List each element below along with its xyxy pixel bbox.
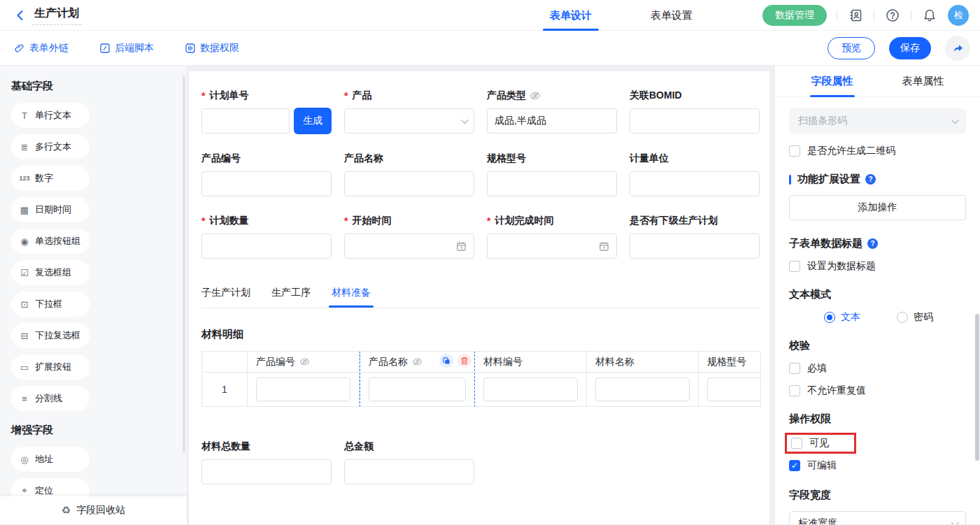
tab-form-settings[interactable]: 表单设置: [648, 0, 695, 31]
user-avatar[interactable]: 检: [948, 5, 969, 26]
checkbox-unchecked: [789, 363, 800, 374]
field-product-type[interactable]: 产品类型 成品,半成品: [487, 89, 617, 134]
column-product-number[interactable]: 产品编号: [248, 352, 360, 406]
delete-field-button[interactable]: [457, 354, 471, 368]
address-book-icon[interactable]: [847, 7, 864, 24]
set-data-title-checkbox[interactable]: 设置为数据标题: [789, 260, 966, 273]
data-permission-link[interactable]: 数据权限: [185, 42, 239, 55]
tab-field-properties[interactable]: 字段属性: [811, 66, 853, 96]
field-recycle-bin[interactable]: ♻ 字段回收站: [0, 496, 187, 524]
field-width-select[interactable]: 标准宽度: [789, 511, 966, 524]
row-number-header: [202, 352, 247, 373]
tab-production-process[interactable]: 生产工序: [271, 287, 311, 308]
sidebar-item-datetime[interactable]: ▦日期时间: [11, 197, 90, 222]
visible-checkbox[interactable]: 可见: [791, 437, 850, 450]
copy-field-button[interactable]: [439, 354, 453, 368]
sidebar-item-select[interactable]: ⊡下拉框: [11, 292, 90, 317]
column-material-name[interactable]: 材料名称: [587, 352, 699, 406]
sidebar-item-number[interactable]: 123数字: [11, 166, 90, 191]
plan-number-input[interactable]: [201, 108, 290, 134]
highlight-annotation: 可见: [785, 433, 856, 454]
text-mode-radio-password[interactable]: 密码: [897, 311, 933, 324]
backend-script-link[interactable]: 后端脚本: [99, 42, 154, 55]
editable-checkbox[interactable]: ✓ 可编辑: [789, 459, 966, 472]
location-icon: ⌖: [18, 485, 31, 496]
product-select[interactable]: [344, 108, 474, 134]
start-time-input[interactable]: [344, 233, 474, 259]
field-start-time[interactable]: *开始时间: [344, 215, 474, 259]
sidebar-item-divider-line[interactable]: ≡分割线: [11, 386, 90, 411]
help-question-icon[interactable]: ?: [865, 174, 876, 185]
spec-model-input[interactable]: [487, 171, 617, 196]
notification-bell-icon[interactable]: [921, 7, 938, 24]
tab-material-preparation[interactable]: 材料准备: [332, 287, 371, 308]
divider: [837, 10, 837, 21]
scan-barcode-select[interactable]: 扫描条形码: [789, 108, 966, 134]
form-external-link[interactable]: 表单外链: [14, 42, 69, 55]
field-unit[interactable]: 计量单位: [630, 152, 760, 196]
finish-time-input[interactable]: [487, 233, 617, 259]
permission-heading: 操作权限: [789, 412, 966, 426]
sidebar-item-checkbox-group[interactable]: ☑复选框组: [11, 260, 90, 285]
help-question-icon[interactable]: ?: [867, 238, 878, 249]
bom-id-input[interactable]: [630, 108, 760, 134]
field-plan-quantity[interactable]: *计划数量: [201, 215, 332, 259]
material-total-input[interactable]: [201, 459, 332, 484]
preview-button[interactable]: 预览: [828, 37, 875, 59]
amount-total-input[interactable]: [344, 459, 474, 484]
sidebar-item-address[interactable]: ◎地址: [11, 447, 90, 472]
eye-hidden-icon: [530, 90, 541, 101]
field-amount-total[interactable]: 总金额: [344, 440, 474, 484]
data-manage-button[interactable]: 数据管理: [762, 5, 827, 26]
field-bom-id[interactable]: 关联BOMID: [630, 89, 760, 134]
field-has-sub-plan[interactable]: 是否有下级生产计划: [630, 215, 760, 259]
field-product-name[interactable]: 产品名称: [344, 152, 474, 196]
spec-model-cell-input[interactable]: [707, 377, 761, 401]
required-checkbox[interactable]: 必填: [789, 362, 966, 375]
material-number-cell-input[interactable]: [483, 377, 578, 401]
back-button[interactable]: [11, 6, 29, 24]
tab-form-properties[interactable]: 表单属性: [902, 66, 944, 96]
tab-form-design[interactable]: 表单设计: [547, 0, 595, 31]
plan-quantity-input[interactable]: [201, 233, 332, 259]
sidebar-scrollbar[interactable]: [183, 75, 185, 453]
field-product-number[interactable]: 产品编号: [201, 152, 332, 196]
panel-scrollbar[interactable]: [975, 314, 979, 461]
product-name-input[interactable]: [344, 171, 474, 196]
unit-input[interactable]: [630, 171, 760, 196]
product-number-input[interactable]: [201, 171, 332, 196]
column-product-name-selected[interactable]: 产品名称: [360, 351, 475, 407]
sidebar-item-location[interactable]: ⌖定位: [11, 478, 90, 496]
sidebar-item-extend-button[interactable]: ▭扩展按钮: [11, 354, 90, 380]
column-spec-model[interactable]: 规格型号: [699, 352, 761, 406]
allow-qr-checkbox[interactable]: 是否允许生成二维码: [789, 145, 966, 157]
generate-button[interactable]: 生成: [294, 108, 332, 134]
tab-sub-production-plan[interactable]: 子生产计划: [201, 287, 250, 308]
field-plan-number[interactable]: *计划单号 生成: [201, 89, 332, 134]
section-title-basic-fields: 基础字段: [11, 80, 177, 93]
column-material-number[interactable]: 材料编号: [475, 352, 587, 406]
sidebar-item-multi-select[interactable]: ⊟下拉复选框: [11, 323, 90, 348]
divider: [874, 10, 874, 21]
help-icon[interactable]: [884, 7, 901, 24]
product-type-input[interactable]: 成品,半成品: [487, 108, 617, 134]
radio-selected: [824, 312, 835, 323]
field-material-total[interactable]: 材料总数量: [201, 440, 332, 484]
share-button[interactable]: [945, 36, 970, 61]
no-duplicate-checkbox[interactable]: 不允许重复值: [789, 384, 966, 397]
product-name-cell-input[interactable]: [369, 377, 466, 401]
save-button[interactable]: 保存: [889, 37, 931, 59]
material-name-cell-input[interactable]: [595, 377, 690, 401]
sidebar-item-multi-line-text[interactable]: ≣多行文本: [11, 134, 90, 159]
field-finish-time[interactable]: *计划完成时间: [487, 215, 617, 259]
field-spec-model[interactable]: 规格型号: [487, 152, 617, 196]
text-mode-radio-text[interactable]: 文本: [824, 311, 860, 324]
field-product[interactable]: *产品: [344, 89, 474, 134]
form-title-editable[interactable]: 生产计划: [32, 5, 81, 25]
product-number-cell-input[interactable]: [256, 377, 350, 401]
sidebar-item-radio-group[interactable]: ◉单选按钮组: [11, 229, 90, 254]
properties-panel: 字段属性 表单属性 扫描条形码 是否允许生成二维码 功能扩展设置 ? 添加操作 …: [775, 66, 980, 524]
add-action-button[interactable]: 添加操作: [789, 195, 966, 220]
sidebar-item-single-line-text[interactable]: T单行文本: [11, 103, 90, 128]
has-sub-plan-input[interactable]: [630, 233, 760, 259]
